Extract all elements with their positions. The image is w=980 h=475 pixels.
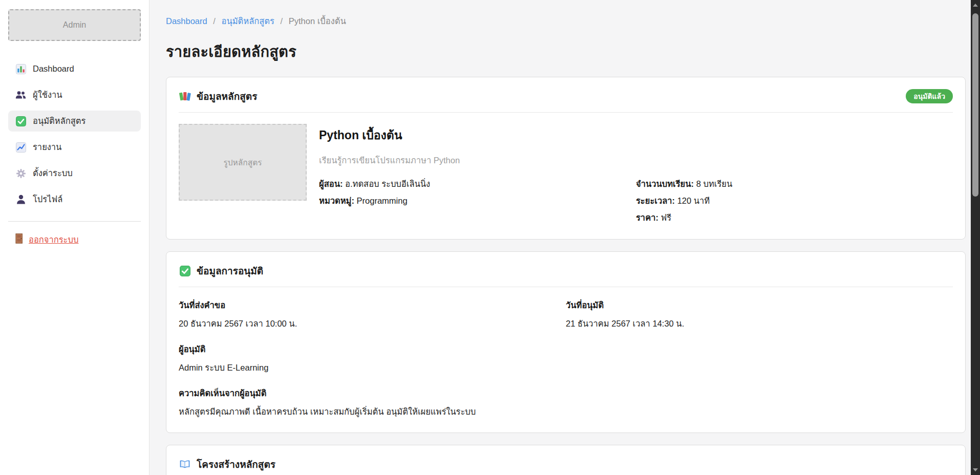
course-fields: ผู้สอน: อ.ทดสอบ ระบบอีเลินนิ่ง หมวดหมู่:… <box>319 177 953 228</box>
approval-card-title-label: ข้อมูลการอนุมัติ <box>197 263 263 278</box>
settings-icon <box>15 168 26 179</box>
logout-label: ออกจากระบบ <box>29 233 78 246</box>
scrollbar-thumb[interactable] <box>972 13 978 197</box>
vertical-scrollbar[interactable] <box>971 0 980 475</box>
request-date-field: วันที่ส่งคำขอ 20 ธันวาคม 2567 เวลา 10:00… <box>179 298 566 342</box>
logout-link[interactable]: ออกจากระบบ <box>8 229 141 250</box>
check-icon <box>179 265 191 277</box>
course-title: Python เบื้องต้น <box>319 126 953 144</box>
users-icon <box>15 90 26 100</box>
sidebar-item-label: Dashboard <box>33 63 74 74</box>
course-card-title-label: ข้อมูลหลักสูตร <box>197 89 257 104</box>
course-info: Python เบื้องต้น เรียนรู้การเขียนโปรแกรม… <box>319 124 953 228</box>
approver-comment-value: หลักสูตรมีคุณภาพดี เนื้อหาครบถ้วน เหมาะส… <box>179 405 953 418</box>
breadcrumb: Dashboard / อนุมัติหลักสูตร / Python เบื… <box>166 14 966 28</box>
course-image-placeholder: รูปหลักสูตร <box>179 124 307 201</box>
sidebar-item-label: ผู้ใช้งาน <box>33 90 62 100</box>
open-book-icon <box>179 458 191 470</box>
approve-date-value: 21 ธันวาคม 2567 เวลา 14:30 น. <box>566 317 953 330</box>
course-field-duration: ระยะเวลา: 120 นาที <box>636 194 953 207</box>
books-icon <box>179 90 191 102</box>
course-fields-right: จำนวนบทเรียน: 8 บทเรียน ระยะเวลา: 120 นา… <box>636 177 953 228</box>
page-title: รายละเอียดหลักสูตร <box>166 40 966 63</box>
sidebar-item-dashboard[interactable]: Dashboard <box>8 58 141 79</box>
approval-card-title: ข้อมูลการอนุมัติ <box>179 263 263 278</box>
course-row: รูปหลักสูตร Python เบื้องต้น เรียนรู้การ… <box>179 113 953 228</box>
request-date-label: วันที่ส่งคำขอ <box>179 298 566 312</box>
structure-card-header: โครงสร้างหลักสูตร <box>179 457 953 475</box>
approver-value: Admin ระบบ E-Learning <box>179 361 953 374</box>
report-icon <box>15 142 26 153</box>
breadcrumb-link-dashboard[interactable]: Dashboard <box>166 16 207 26</box>
sidebar-item-label: อนุมัติหลักสูตร <box>33 116 86 126</box>
sidebar-item-label: ตั้งค่าระบบ <box>33 168 73 179</box>
sidebar: Admin Dashboard ผู้ใช้งาน อนุมัติหลักสูต… <box>0 0 150 475</box>
approve-date-field: วันที่อนุมัติ 21 ธันวาคม 2567 เวลา 14:30… <box>566 298 953 342</box>
logo-placeholder: Admin <box>8 9 141 41</box>
request-date-value: 20 ธันวาคม 2567 เวลา 10:00 น. <box>179 317 566 330</box>
door-icon <box>15 233 23 246</box>
approver-comment-label: ความคิดเห็นจากผู้อนุมัติ <box>179 386 953 400</box>
sidebar-divider <box>8 221 141 222</box>
sidebar-menu: Dashboard ผู้ใช้งาน อนุมัติหลักสูตร รายง… <box>8 58 141 210</box>
course-description: เรียนรู้การเขียนโปรแกรมภาษา Python <box>319 154 953 167</box>
approval-dates-grid: วันที่ส่งคำขอ 20 ธันวาคม 2567 เวลา 10:00… <box>179 298 953 342</box>
course-field-lessons: จำนวนบทเรียน: 8 บทเรียน <box>636 177 953 190</box>
course-info-card: ข้อมูลหลักสูตร อนุมัติแล้ว รูปหลักสูตร P… <box>166 77 966 240</box>
status-badge: อนุมัติแล้ว <box>906 89 953 103</box>
approver-comment-field: ความคิดเห็นจากผู้อนุมัติ หลักสูตรมีคุณภา… <box>179 386 953 418</box>
breadcrumb-current: Python เบื้องต้น <box>289 16 346 26</box>
course-structure-card: โครงสร้างหลักสูตร <box>166 445 966 475</box>
logo-label: Admin <box>63 20 86 30</box>
breadcrumb-link-course-approval[interactable]: อนุมัติหลักสูตร <box>222 16 274 26</box>
approve-date-label: วันที่อนุมัติ <box>566 298 953 312</box>
breadcrumb-separator: / <box>281 16 283 26</box>
sidebar-item-profile[interactable]: โปรไฟล์ <box>8 189 141 210</box>
sidebar-item-label: โปรไฟล์ <box>33 194 62 205</box>
sidebar-item-course-approval[interactable]: อนุมัติหลักสูตร <box>8 111 141 132</box>
sidebar-item-settings[interactable]: ตั้งค่าระบบ <box>8 163 141 184</box>
course-field-price: ราคา: ฟรี <box>636 211 953 224</box>
approver-label: ผู้อนุมัติ <box>179 342 953 356</box>
sidebar-item-label: รายงาน <box>33 142 61 153</box>
dashboard-icon <box>15 63 26 74</box>
sidebar-item-users[interactable]: ผู้ใช้งาน <box>8 84 141 105</box>
approver-field: ผู้อนุมัติ Admin ระบบ E-Learning <box>179 342 953 374</box>
course-image-label: รูปหลักสูตร <box>223 156 262 169</box>
structure-card-title-label: โครงสร้างหลักสูตร <box>197 457 275 472</box>
course-fields-left: ผู้สอน: อ.ทดสอบ ระบบอีเลินนิ่ง หมวดหมู่:… <box>319 177 636 228</box>
main-content: Dashboard / อนุมัติหลักสูตร / Python เบื… <box>150 0 980 475</box>
approval-card-header: ข้อมูลการอนุมัติ <box>179 263 953 287</box>
breadcrumb-separator: / <box>213 16 216 26</box>
course-card-header: ข้อมูลหลักสูตร อนุมัติแล้ว <box>179 89 953 113</box>
approval-info-card: ข้อมูลการอนุมัติ วันที่ส่งคำขอ 20 ธันวาค… <box>166 251 966 433</box>
course-field-instructor: ผู้สอน: อ.ทดสอบ ระบบอีเลินนิ่ง <box>319 177 636 190</box>
scrollbar-up-arrow-icon[interactable] <box>973 4 978 7</box>
app-window: Admin Dashboard ผู้ใช้งาน อนุมัติหลักสูต… <box>0 0 980 475</box>
sidebar-item-reports[interactable]: รายงาน <box>8 137 141 158</box>
profile-icon <box>15 194 26 205</box>
course-field-category: หมวดหมู่: Programming <box>319 194 636 207</box>
structure-card-title: โครงสร้างหลักสูตร <box>179 457 275 472</box>
scrollbar-down-arrow-icon[interactable] <box>973 468 978 471</box>
approval-body: วันที่ส่งคำขอ 20 ธันวาคม 2567 เวลา 10:00… <box>179 287 953 418</box>
course-card-title: ข้อมูลหลักสูตร <box>179 89 257 104</box>
approve-icon <box>15 116 26 126</box>
